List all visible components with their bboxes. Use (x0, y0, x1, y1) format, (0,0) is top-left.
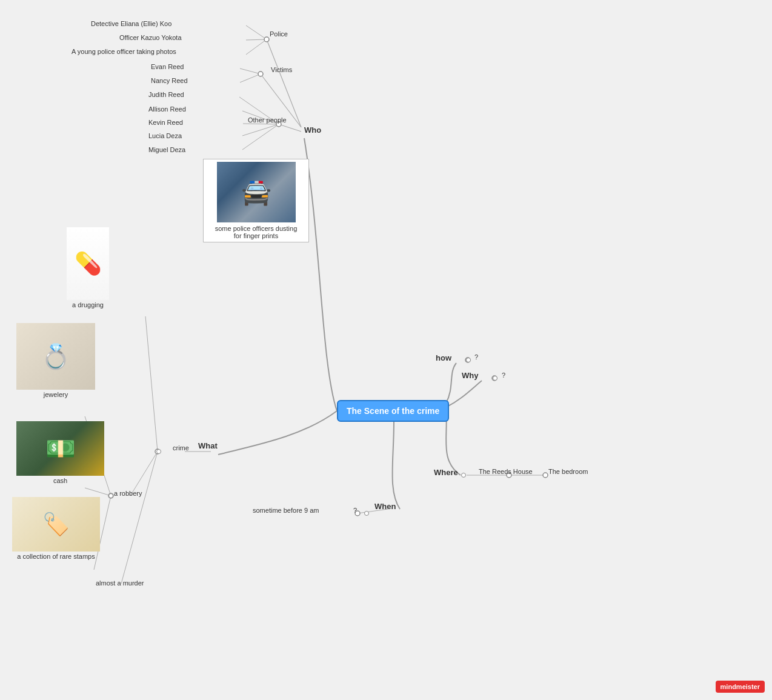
victim-1[interactable]: Nancy Reed (151, 77, 188, 84)
svg-line-1 (246, 25, 267, 39)
svg-line-5 (240, 68, 261, 74)
svg-point-29 (258, 72, 263, 76)
police-image-label: some police officers dustingfor finger p… (206, 225, 306, 239)
svg-line-12 (242, 124, 279, 150)
why-node[interactable]: Why (462, 371, 478, 380)
when-node[interactable]: When (374, 502, 396, 511)
svg-line-2 (246, 39, 267, 40)
cash-image-node: cash (16, 421, 104, 484)
when-q: ? (353, 507, 357, 514)
stamps-image-node: a collection of rare stamps (12, 497, 100, 560)
svg-point-23 (543, 473, 548, 478)
drugging-label: a drugging (67, 301, 109, 308)
who-node[interactable]: Who (304, 125, 321, 135)
mindmeister-logo: mindmeister (716, 681, 765, 693)
when-child: sometime before 9 am (253, 507, 319, 514)
where-child-1: The bedroom (548, 468, 588, 475)
other-people-image-box: some police officers dustingfor finger p… (203, 159, 309, 242)
other-1[interactable]: Allison Reed (148, 105, 186, 113)
svg-line-7 (279, 124, 301, 132)
why-q: ? (502, 372, 505, 379)
svg-point-28 (264, 37, 269, 42)
svg-line-11 (242, 124, 279, 136)
stamps-label: a collection of rare stamps (12, 553, 100, 560)
other-2[interactable]: Kevin Reed (148, 119, 183, 126)
jewelry-image-node: jewelery (16, 323, 95, 398)
police-node-2[interactable]: A young police officer taking photos (72, 48, 176, 55)
police-group-label: Police (270, 30, 288, 38)
svg-line-19 (121, 452, 158, 584)
center-node[interactable]: The Scene of the crime (337, 400, 449, 422)
police-node-0[interactable]: Detective Eliana (Ellie) Koo (91, 20, 171, 27)
crime-label: crime (173, 444, 189, 452)
other-4[interactable]: Miguel Deza (148, 146, 185, 153)
police-node-1[interactable]: Officer Kazuo Yokota (119, 34, 182, 41)
other-0[interactable]: Judith Reed (148, 91, 184, 98)
jewelry-label: jewelery (16, 391, 95, 398)
svg-line-3 (246, 39, 267, 55)
drugging-image-node: a drugging (67, 227, 109, 308)
where-node[interactable]: Where (434, 468, 458, 477)
svg-line-10 (243, 124, 279, 124)
other-people-label: Other people (248, 116, 287, 124)
victim-0[interactable]: Evan Reed (151, 63, 184, 70)
how-node[interactable]: how (436, 353, 451, 362)
svg-line-6 (240, 74, 261, 82)
svg-line-17 (85, 488, 111, 496)
robbery-label: a robbery (114, 490, 142, 497)
other-3[interactable]: Lucia Deza (148, 132, 182, 139)
victims-group-label: Victims (271, 66, 292, 73)
svg-line-14 (145, 316, 158, 452)
where-child-0: The Reeds House (479, 468, 533, 475)
how-q: ? (474, 353, 478, 361)
murder-label: almost a murder (96, 579, 144, 587)
what-node[interactable]: What (198, 441, 218, 450)
cash-label: cash (16, 477, 104, 484)
svg-line-0 (267, 39, 301, 127)
